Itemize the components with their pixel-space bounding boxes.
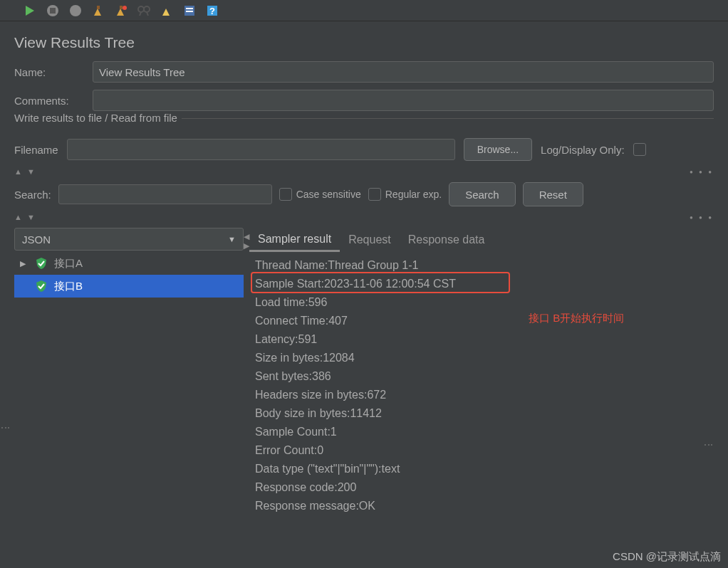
- result-line: Response message:OK: [249, 497, 708, 515]
- tree-item-label: 接口A: [54, 257, 83, 270]
- clear-all-icon[interactable]: [113, 2, 130, 19]
- result-line: Thread Name:Thread Group 1-1: [249, 256, 708, 275]
- search-button[interactable]: Search: [449, 182, 516, 206]
- search-icon[interactable]: [135, 2, 152, 19]
- grip-icon[interactable]: ⋮: [708, 228, 714, 534]
- help-icon[interactable]: ?: [204, 2, 221, 19]
- svg-line-10: [147, 12, 148, 16]
- comments-label: Comments:: [14, 95, 85, 107]
- result-line: Load time:596: [249, 293, 708, 312]
- filename-label: Filename: [14, 144, 58, 156]
- results-tree: ▶ 接口A 接口B: [14, 252, 244, 534]
- result-line: Size in bytes:12084: [249, 349, 708, 367]
- reset-button[interactable]: Reset: [523, 182, 583, 206]
- tab-response-data[interactable]: Response data: [400, 229, 494, 251]
- svg-rect-4: [97, 6, 100, 9]
- result-line: Sample Count:1: [249, 423, 708, 441]
- case-sensitive-label: Case sensitive: [296, 189, 361, 200]
- result-line: Error Count:0: [249, 441, 708, 460]
- clear-search-icon[interactable]: [158, 2, 175, 19]
- regex-checkbox[interactable]: [368, 188, 381, 201]
- sampler-result-body: Thread Name:Thread Group 1-1 Sample Star…: [249, 252, 708, 520]
- comments-input[interactable]: [93, 90, 714, 111]
- collapse-bar-1[interactable]: ▲ ▼● ● ●: [14, 165, 714, 178]
- watermark-text: CSDN @记录测试点滴: [613, 550, 721, 564]
- result-line: Body size in bytes:11412: [249, 404, 708, 423]
- tree-item-a[interactable]: ▶ 接口A: [14, 252, 244, 275]
- name-input[interactable]: [93, 61, 714, 83]
- tab-request[interactable]: Request: [340, 229, 400, 251]
- tab-sampler-result[interactable]: Sampler result: [249, 228, 340, 252]
- annotation-text: 接口 B开始执行时间: [529, 312, 624, 325]
- function-icon[interactable]: [181, 2, 198, 19]
- logdisplay-label: Log/Display Only:: [541, 144, 625, 156]
- svg-point-3: [70, 5, 81, 16]
- regex-label: Regular exp.: [385, 189, 442, 200]
- chevron-down-icon: ▼: [228, 235, 236, 243]
- result-line: Data type ("text"|"bin"|""):text: [249, 460, 708, 478]
- stop-icon[interactable]: [44, 2, 61, 19]
- page-title: View Results Tree: [14, 27, 714, 61]
- result-line: Sent bytes:386: [249, 367, 708, 386]
- name-label: Name:: [14, 66, 85, 78]
- tree-item-b[interactable]: 接口B: [14, 275, 244, 298]
- svg-text:?: ?: [209, 6, 215, 16]
- result-line: Headers size in bytes:672: [249, 386, 708, 404]
- result-line: Connect Time:407: [249, 312, 708, 330]
- success-shield-icon: [34, 256, 48, 270]
- main-toolbar: ?: [0, 0, 728, 21]
- result-line: Response code:200: [249, 478, 708, 497]
- renderer-combo[interactable]: JSON ▼: [14, 228, 244, 251]
- success-shield-icon: [34, 279, 48, 293]
- result-line: Latency:591: [249, 330, 708, 349]
- search-label: Search:: [14, 189, 51, 201]
- svg-point-8: [144, 6, 150, 12]
- svg-rect-2: [50, 8, 56, 14]
- filename-input[interactable]: [67, 139, 455, 160]
- svg-rect-12: [186, 8, 193, 9]
- result-line: Sample Start:2023-11-06 12:00:54 CST: [249, 275, 708, 293]
- svg-rect-5: [120, 6, 123, 9]
- left-grip-icon[interactable]: ⋮: [1, 424, 11, 432]
- logdisplay-checkbox[interactable]: [633, 143, 646, 156]
- svg-marker-0: [26, 6, 34, 16]
- svg-point-6: [123, 6, 127, 10]
- case-sensitive-checkbox[interactable]: [279, 188, 292, 201]
- svg-rect-13: [186, 11, 193, 12]
- svg-line-9: [140, 12, 141, 16]
- svg-point-7: [138, 6, 144, 12]
- result-tabs: Sampler result Request Response data: [249, 228, 708, 252]
- shutdown-icon[interactable]: [67, 2, 84, 19]
- search-input[interactable]: [58, 184, 272, 204]
- run-icon[interactable]: [21, 2, 38, 19]
- tree-item-label: 接口B: [54, 280, 83, 293]
- browse-button[interactable]: Browse...: [464, 138, 532, 161]
- file-section-legend: Write results to file / Read from file: [14, 118, 714, 132]
- renderer-selected: JSON: [22, 233, 51, 246]
- expand-arrow-icon[interactable]: ▶: [20, 259, 28, 268]
- splitter-handle[interactable]: ◀▶: [244, 228, 249, 534]
- collapse-bar-2[interactable]: ▲ ▼● ● ●: [14, 211, 714, 223]
- clear-icon[interactable]: [90, 2, 107, 19]
